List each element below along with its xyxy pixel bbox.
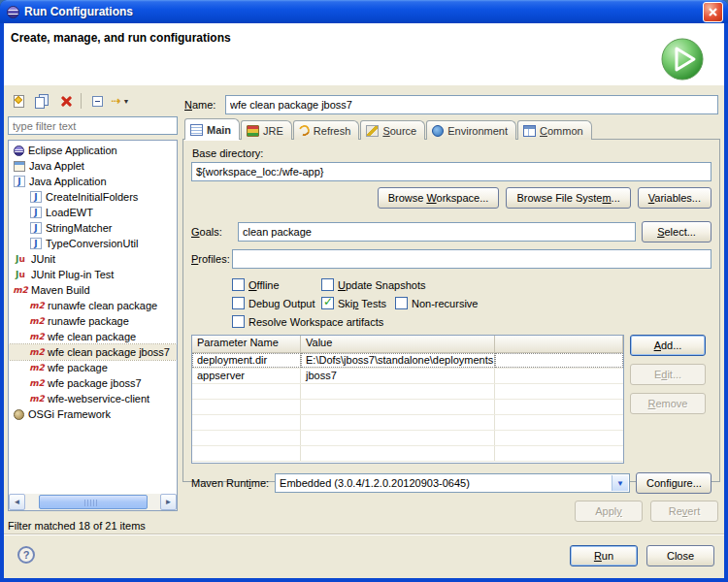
banner-title: Create, manage, and run configurations: [11, 31, 231, 45]
unchecked-checkbox-icon[interactable]: [232, 278, 245, 291]
empty-cell: [301, 384, 495, 399]
tree-item[interactable]: Eclipse Application: [9, 143, 177, 158]
tree-item[interactable]: m2Maven Build: [9, 282, 177, 298]
unchecked-checkbox-icon[interactable]: [395, 297, 408, 309]
checkbox-non-recursive[interactable]: Non-recursive: [395, 297, 478, 309]
checkbox-update-snapshots[interactable]: Update Snapshots: [321, 278, 426, 291]
unchecked-checkbox-icon[interactable]: [232, 315, 245, 328]
tree-item[interactable]: Java Applet: [9, 158, 177, 174]
common-tab-icon: [523, 125, 536, 137]
checkbox-offline[interactable]: Offline: [232, 278, 321, 291]
tree-item[interactable]: OSGi Framework: [9, 406, 177, 422]
checkbox-resolve-workspace-artifacts[interactable]: Resolve Workspace artifacts: [232, 315, 383, 328]
title-bar[interactable]: Run Configurations: [0, 0, 728, 23]
profiles-input[interactable]: [232, 249, 711, 269]
scrollbar-thumb[interactable]: [39, 495, 148, 509]
tab-refresh[interactable]: Refresh: [293, 120, 360, 140]
close-button[interactable]: [703, 2, 723, 22]
column-header[interactable]: [495, 336, 623, 352]
tree-item[interactable]: JStringMatcher: [9, 220, 177, 236]
empty-cell: [301, 431, 495, 445]
tab-main-content: Base directory: Browse Workspace... Brow…: [182, 139, 720, 482]
tree-item-label: wfe clean package jboss7: [48, 346, 170, 358]
unchecked-checkbox-icon[interactable]: [232, 297, 245, 309]
parameters-table[interactable]: Parameter NameValuedeployment.dirE:\Dofs…: [191, 335, 624, 464]
collapse-all-button[interactable]: [86, 90, 108, 112]
checkbox-label: Resolve Workspace artifacts: [248, 316, 383, 328]
tree-item[interactable]: JuJUnit: [9, 251, 177, 267]
tree-item-label: JUnit: [31, 253, 55, 265]
revert-button[interactable]: Revert: [650, 501, 718, 522]
unchecked-checkbox-icon[interactable]: [321, 278, 334, 291]
tree-item[interactable]: JCreateInitialFolders: [9, 189, 177, 205]
tree-item[interactable]: m2wfe package: [9, 360, 177, 375]
apply-button[interactable]: Apply: [575, 501, 643, 522]
help-button[interactable]: ?: [17, 546, 35, 564]
filter-input[interactable]: [8, 116, 178, 135]
junit-plugin-icon: Ju: [14, 269, 27, 280]
empty-table-row[interactable]: [192, 384, 623, 400]
profiles-label: Profiles:: [191, 253, 232, 265]
tree-item[interactable]: JuJUnit Plug-in Test: [9, 267, 177, 282]
tab-source[interactable]: Source: [360, 120, 425, 140]
checkbox-skip-tests[interactable]: Skip Tests: [321, 297, 395, 309]
add-parameter-button[interactable]: Add...: [630, 335, 706, 356]
duplicate-icon: [35, 94, 50, 109]
empty-table-row[interactable]: [192, 446, 623, 462]
tree-item[interactable]: JLoadEWT: [9, 205, 177, 220]
new-launch-configuration-button[interactable]: [8, 90, 29, 112]
delete-icon: [59, 95, 72, 108]
combo-dropdown-icon[interactable]: ▼: [612, 475, 628, 491]
base-directory-input[interactable]: [191, 162, 711, 181]
tree-item[interactable]: m2wfe package jboss7: [9, 375, 177, 391]
checkbox-debug-output[interactable]: Debug Output: [232, 297, 321, 309]
table-row[interactable]: appserverjboss7: [192, 369, 623, 384]
column-header[interactable]: Parameter Name: [192, 336, 301, 352]
tree-item-label: wfe package: [48, 362, 108, 373]
column-header[interactable]: Value: [301, 336, 495, 352]
name-input[interactable]: [225, 95, 718, 114]
edit-parameter-button[interactable]: Edit...: [630, 364, 706, 385]
goals-input[interactable]: [238, 222, 636, 242]
tab-main[interactable]: Main: [184, 118, 240, 140]
tree-item[interactable]: m2wfe-webservice-client: [9, 391, 177, 406]
tab-environment[interactable]: Environment: [426, 120, 516, 140]
dialog-footer: ? Run Close: [4, 534, 724, 578]
configure-runtime-button[interactable]: Configure...: [636, 472, 711, 494]
remove-parameter-button[interactable]: Remove: [630, 393, 706, 414]
run-button[interactable]: Run: [570, 545, 638, 566]
tree-item-label: Java Application: [29, 176, 107, 187]
tab-jre[interactable]: JRE: [241, 120, 292, 140]
tree-item[interactable]: m2runawfe clean package: [9, 298, 177, 313]
duplicate-configuration-button[interactable]: [31, 90, 52, 112]
tree-item[interactable]: m2wfe clean package: [9, 329, 177, 344]
variables-button[interactable]: Variables...: [638, 187, 711, 209]
tab-label: Main: [207, 124, 231, 136]
select-goals-button[interactable]: Select...: [642, 221, 711, 242]
empty-table-row[interactable]: [192, 400, 623, 415]
tree-item[interactable]: JJava Application: [9, 174, 177, 189]
tree-item[interactable]: m2wfe clean package jboss7: [9, 344, 177, 360]
tree-item[interactable]: m2runawfe package: [9, 313, 177, 329]
empty-table-row[interactable]: [192, 415, 623, 431]
browse-workspace-button[interactable]: Browse Workspace...: [378, 187, 500, 209]
scroll-right-icon[interactable]: ►: [160, 494, 177, 510]
java-app-icon: J: [30, 191, 42, 203]
tab-common[interactable]: Common: [517, 120, 592, 140]
delete-configuration-button[interactable]: [54, 90, 76, 112]
window-title: Run Configurations: [24, 5, 703, 18]
browse-filesystem-button[interactable]: Browse File System...: [506, 187, 630, 209]
table-row[interactable]: deployment.dirE:\Dofs\jboss7\standalone\…: [192, 353, 623, 369]
empty-cell: [301, 415, 495, 430]
filter-launch-configurations-button[interactable]: ⇢ ▼: [110, 90, 131, 112]
config-tree: Eclipse ApplicationJava AppletJJava Appl…: [9, 143, 177, 494]
empty-cell: [192, 431, 301, 445]
scroll-left-icon[interactable]: ◄: [9, 494, 25, 510]
horizontal-scrollbar[interactable]: ◄ ►: [9, 494, 177, 510]
empty-table-row[interactable]: [192, 431, 623, 446]
maven-runtime-combo[interactable]: Embedded (3.0.4/1.2.0.20120903-0645) ▼: [275, 473, 630, 493]
tree-item[interactable]: JTypeConversionUtil: [9, 236, 177, 251]
close-dialog-button[interactable]: Close: [646, 545, 714, 566]
checked-checkbox-icon[interactable]: [321, 297, 334, 309]
tree-item-label: wfe clean package: [48, 331, 136, 342]
